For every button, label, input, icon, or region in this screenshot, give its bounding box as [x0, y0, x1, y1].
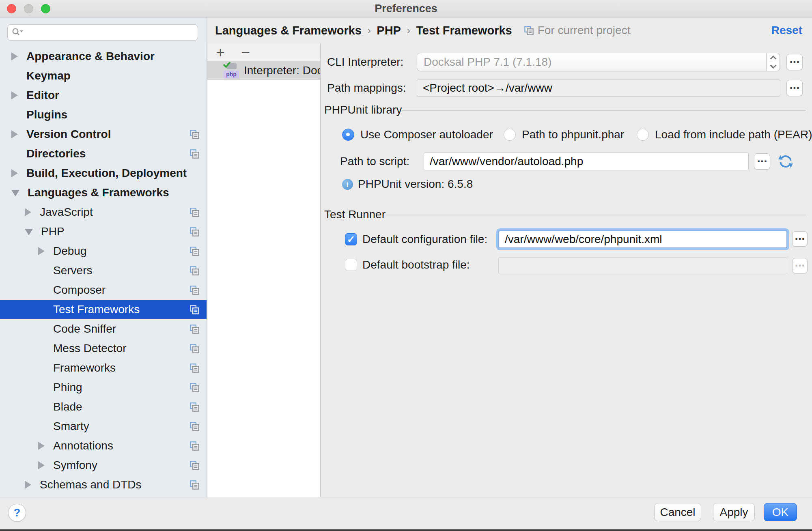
- radio-unselected-icon[interactable]: [637, 129, 649, 141]
- path-to-script-label: Path to script:: [340, 153, 409, 170]
- tree-arrow-icon[interactable]: [38, 247, 45, 255]
- ok-button[interactable]: OK: [764, 503, 797, 521]
- tree-arrow-icon[interactable]: [38, 344, 45, 353]
- sidebar-item-label: Build, Execution, Deployment: [26, 167, 187, 180]
- path-to-script-field[interactable]: /var/www/vendor/autoload.php: [424, 153, 749, 170]
- breadcrumb-php[interactable]: PHP: [377, 24, 401, 37]
- ellipsis-icon: ...: [789, 83, 799, 87]
- combo-stepper[interactable]: [766, 53, 780, 71]
- tree-arrow-icon[interactable]: [11, 91, 18, 99]
- radio-selected-icon[interactable]: [342, 129, 354, 141]
- radio-include-path-pear[interactable]: Load from include path (PEAR): [637, 128, 812, 141]
- sidebar-item-label: Servers: [53, 264, 92, 277]
- sidebar-item[interactable]: Annotations: [0, 436, 207, 456]
- sidebar-item[interactable]: Blade: [0, 397, 207, 417]
- for-current-project-icon: [523, 25, 534, 36]
- tree-arrow-icon[interactable]: [11, 111, 18, 119]
- cli-interpreter-select[interactable]: Docksal PHP 7.1 (7.1.18): [417, 53, 780, 71]
- sidebar-item[interactable]: Test Frameworks: [0, 300, 207, 319]
- tree-arrow-icon[interactable]: [11, 150, 18, 158]
- radio-composer-label: Use Composer autoloader: [360, 128, 493, 141]
- tree-arrow-icon[interactable]: [25, 229, 33, 237]
- sidebar-item[interactable]: Servers: [0, 261, 207, 280]
- sidebar-item[interactable]: Keymap: [0, 66, 207, 86]
- sidebar-item[interactable]: Editor: [0, 86, 207, 105]
- tree-arrow-icon[interactable]: [38, 325, 45, 333]
- tree-arrow-icon[interactable]: [11, 52, 18, 60]
- tree-arrow-icon[interactable]: [38, 383, 45, 391]
- tree-arrow-icon[interactable]: [11, 190, 19, 198]
- sidebar-item[interactable]: Plugins: [0, 105, 207, 125]
- sidebar-item[interactable]: Composer: [0, 280, 207, 300]
- cli-interpreter-browse-button[interactable]: ...: [786, 54, 803, 70]
- per-project-icon: [189, 363, 200, 374]
- tree-arrow-icon[interactable]: [38, 364, 45, 372]
- search-field[interactable]: [7, 24, 198, 41]
- interpreter-list-item[interactable]: php Interpreter: Dock: [207, 61, 320, 80]
- sidebar-item[interactable]: Debug: [0, 241, 207, 261]
- default-bootstrap-field[interactable]: [498, 257, 787, 274]
- tree-arrow-icon[interactable]: [38, 267, 45, 275]
- tree-arrow-icon[interactable]: [25, 481, 32, 489]
- path-mappings-browse-button[interactable]: ...: [786, 80, 803, 96]
- sidebar-item-label: Plugins: [26, 108, 67, 121]
- sidebar-item[interactable]: Mess Detector: [0, 339, 207, 358]
- default-bootstrap-browse-button[interactable]: ...: [792, 258, 808, 273]
- path-to-script-value: /var/www/vendor/autoload.php: [430, 155, 583, 168]
- phpunit-version-note: PHPUnit version: 6.5.8: [358, 177, 473, 191]
- radio-unselected-icon[interactable]: [504, 129, 516, 141]
- sidebar-item[interactable]: Appearance & Behavior: [0, 47, 207, 66]
- sidebar-item[interactable]: Phing: [0, 378, 207, 397]
- sidebar-item[interactable]: Build, Execution, Deployment: [0, 163, 207, 183]
- sidebar-item[interactable]: Version Control: [0, 125, 207, 144]
- breadcrumb-test-frameworks[interactable]: Test Frameworks: [416, 24, 512, 37]
- cancel-button[interactable]: Cancel: [654, 503, 701, 521]
- tree-arrow-icon[interactable]: [25, 208, 32, 216]
- default-config-checkbox[interactable]: ✓: [345, 233, 357, 245]
- search-input[interactable]: [24, 26, 194, 39]
- tree-arrow-icon[interactable]: [38, 403, 45, 411]
- sidebar-item-label: Debug: [53, 245, 87, 258]
- help-button[interactable]: ?: [8, 504, 26, 522]
- sidebar-item[interactable]: Code Sniffer: [0, 319, 207, 339]
- sidebar-item[interactable]: Frameworks: [0, 358, 207, 378]
- refresh-icon[interactable]: [778, 154, 793, 169]
- path-to-script-browse-button[interactable]: ...: [754, 153, 770, 170]
- reset-link[interactable]: Reset: [771, 24, 802, 37]
- sidebar-item[interactable]: Smarty: [0, 417, 207, 436]
- per-project-icon: [189, 402, 200, 413]
- tree-arrow-icon[interactable]: [11, 130, 18, 138]
- path-mappings-field[interactable]: <Project root>→/var/www: [417, 80, 780, 97]
- sidebar-item[interactable]: Schemas and DTDs: [0, 475, 207, 494]
- breadcrumb-languages-frameworks[interactable]: Languages & Frameworks: [215, 24, 362, 37]
- interpreter-list-panel: + − php Interpreter: Dock: [207, 43, 320, 497]
- tree-arrow-icon[interactable]: [38, 461, 45, 469]
- tree-arrow-icon[interactable]: [38, 442, 45, 450]
- sidebar-item[interactable]: PHP: [0, 222, 207, 241]
- remove-interpreter-button[interactable]: −: [238, 45, 253, 60]
- sidebar-item-label: Keymap: [26, 69, 71, 82]
- per-project-icon: [189, 265, 200, 276]
- ellipsis-icon: ...: [789, 57, 799, 61]
- radio-composer-autoloader[interactable]: Use Composer autoloader: [342, 128, 493, 141]
- default-config-browse-button[interactable]: ...: [792, 231, 808, 247]
- tree-arrow-icon[interactable]: [38, 286, 45, 294]
- tree-arrow-icon[interactable]: [38, 422, 45, 430]
- radio-phpunit-phar[interactable]: Path to phpunit.phar: [504, 128, 624, 141]
- tree-arrow-icon[interactable]: [38, 305, 45, 314]
- tree-arrow-icon[interactable]: [11, 72, 18, 80]
- sidebar-item[interactable]: JavaScript: [0, 202, 207, 222]
- path-mappings-value: <Project root>→/var/www: [423, 82, 552, 95]
- add-interpreter-button[interactable]: +: [213, 45, 228, 60]
- tree-arrow-icon[interactable]: [11, 169, 18, 177]
- per-project-icon: [189, 382, 200, 393]
- sidebar-item[interactable]: Languages & Frameworks: [0, 183, 207, 202]
- sidebar-item[interactable]: Directories: [0, 144, 207, 163]
- dialog-footer: ? Cancel Apply OK: [0, 497, 812, 529]
- apply-button[interactable]: Apply: [713, 503, 755, 521]
- window-title: Preferences: [0, 0, 812, 17]
- default-config-field[interactable]: /var/www/web/core/phpunit.xml: [498, 230, 787, 248]
- default-bootstrap-checkbox[interactable]: [345, 259, 357, 271]
- sidebar-item[interactable]: Symfony: [0, 456, 207, 475]
- sidebar-item-label: Composer: [53, 284, 106, 297]
